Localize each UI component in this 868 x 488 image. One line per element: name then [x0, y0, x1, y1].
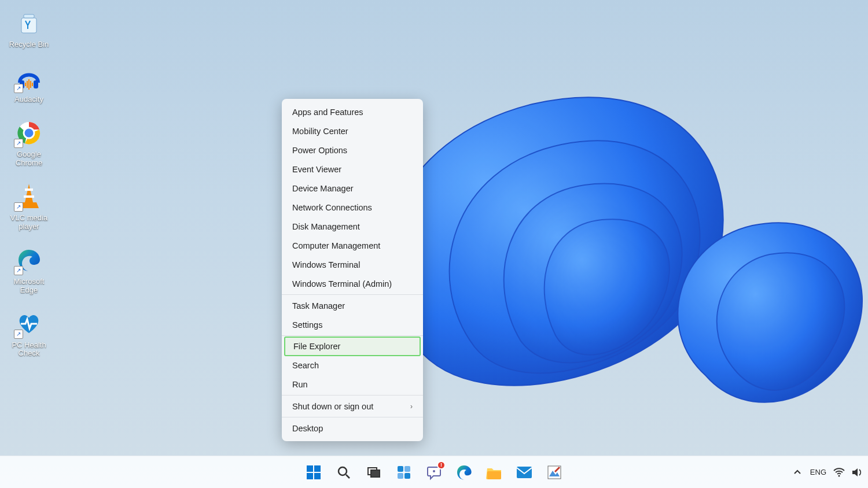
file-explorer-button[interactable] — [481, 460, 507, 485]
folder-icon — [486, 465, 502, 480]
start-button[interactable] — [301, 460, 326, 485]
wifi-button[interactable] — [833, 467, 845, 478]
menu-item-label: Computer Management — [292, 241, 380, 250]
menu-item-network-connections[interactable]: Network Connections — [282, 198, 423, 217]
desktop-icon-label: Google Chrome — [16, 150, 42, 168]
menu-separator — [282, 395, 423, 395]
desktop-icon-google-chrome[interactable]: ↗ Google Chrome — [0, 117, 58, 170]
image-editor-button[interactable] — [542, 460, 567, 485]
menu-item-label: Mobility Center — [292, 127, 348, 136]
taskbar-center: ! — [301, 460, 567, 485]
desktop-icon-audacity[interactable]: ↗ Audacity — [0, 62, 58, 106]
speaker-icon — [852, 467, 863, 478]
shortcut-arrow-icon: ↗ — [14, 266, 23, 275]
desktop-icon-pc-health[interactable]: ↗ PC Health Check — [0, 308, 58, 361]
desktop-icon-label: Recycle Bin — [9, 40, 49, 49]
widgets-button[interactable] — [391, 460, 417, 485]
menu-item-device-manager[interactable]: Device Manager — [282, 179, 423, 198]
search-button[interactable] — [331, 460, 356, 485]
svg-point-27 — [433, 470, 435, 472]
recycle-bin-icon — [15, 9, 43, 37]
menu-item-disk-management[interactable]: Disk Management — [282, 217, 423, 236]
svg-rect-26 — [404, 473, 410, 479]
menu-item-label: Windows Terminal (Admin) — [292, 279, 392, 289]
menu-item-settings[interactable]: Settings — [282, 315, 423, 334]
menu-item-power-options[interactable]: Power Options — [282, 141, 423, 160]
menu-separator — [282, 335, 423, 336]
menu-item-apps-and-features[interactable]: Apps and Features — [282, 102, 423, 121]
desktop-icon-label: Audacity — [14, 95, 43, 104]
menu-item-windows-terminal[interactable]: Windows Terminal — [282, 255, 423, 274]
svg-rect-25 — [398, 473, 403, 479]
menu-item-shutdown-signout[interactable]: Shut down or sign out › — [282, 397, 423, 416]
svg-point-10 — [24, 128, 34, 138]
show-hidden-icons-button[interactable] — [792, 467, 803, 478]
chevron-right-icon: › — [410, 402, 413, 411]
shortcut-arrow-icon: ↗ — [14, 84, 23, 93]
winx-context-menu: Apps and Features Mobility Center Power … — [282, 99, 423, 441]
menu-item-search[interactable]: Search — [282, 356, 423, 375]
menu-item-label: Run — [292, 380, 308, 389]
widgets-icon — [396, 465, 411, 480]
menu-item-event-viewer[interactable]: Event Viewer — [282, 160, 423, 179]
svg-line-20 — [346, 475, 350, 478]
wifi-icon — [833, 468, 845, 477]
menu-item-label: Task Manager — [292, 301, 345, 310]
menu-item-label: Apps and Features — [292, 108, 363, 117]
menu-item-desktop[interactable]: Desktop — [282, 419, 423, 438]
menu-item-task-manager[interactable]: Task Manager — [282, 296, 423, 315]
svg-marker-34 — [852, 468, 858, 476]
edge-icon: ↗ — [15, 246, 43, 274]
chat-button[interactable]: ! — [421, 460, 447, 485]
svg-rect-1 — [24, 14, 34, 18]
language-indicator[interactable]: ENG — [810, 468, 826, 476]
menu-item-label: File Explorer — [293, 342, 340, 351]
image-editor-icon — [547, 465, 562, 480]
desktop-icon-ms-edge[interactable]: ↗ Microsoft Edge — [0, 244, 58, 297]
chevron-up-icon — [793, 468, 801, 476]
svg-rect-15 — [307, 465, 313, 472]
menu-separator — [282, 417, 423, 417]
svg-rect-28 — [487, 471, 501, 479]
edge-button[interactable] — [451, 460, 477, 485]
menu-item-computer-management[interactable]: Computer Management — [282, 236, 423, 255]
task-view-button[interactable] — [361, 460, 387, 485]
menu-item-label: Power Options — [292, 146, 347, 155]
menu-item-label: Desktop — [292, 424, 323, 433]
vlc-icon: ↗ — [15, 183, 43, 210]
menu-item-label: Event Viewer — [292, 165, 341, 174]
shortcut-arrow-icon: ↗ — [14, 202, 23, 212]
svg-rect-18 — [314, 473, 321, 479]
menu-item-mobility-center[interactable]: Mobility Center — [282, 121, 423, 141]
mail-icon — [516, 466, 532, 479]
pc-health-icon: ↗ — [15, 310, 43, 338]
menu-item-windows-terminal-admin[interactable]: Windows Terminal (Admin) — [282, 274, 423, 293]
search-icon — [336, 465, 351, 480]
svg-rect-23 — [398, 466, 403, 472]
svg-marker-11 — [25, 184, 33, 202]
notification-badge: ! — [437, 461, 446, 469]
svg-rect-16 — [314, 465, 321, 472]
taskbar-systray: ENG — [792, 467, 863, 478]
desktop-icon-recycle-bin[interactable]: Recycle Bin — [0, 7, 58, 51]
audacity-icon: ↗ — [15, 64, 43, 92]
svg-rect-29 — [517, 467, 532, 478]
menu-item-label: Windows Terminal — [292, 260, 360, 269]
menu-item-run[interactable]: Run — [282, 375, 423, 394]
shortcut-arrow-icon: ↗ — [14, 330, 23, 339]
svg-rect-22 — [371, 470, 380, 477]
svg-rect-17 — [307, 473, 313, 479]
svg-rect-12 — [25, 188, 33, 191]
desktop-icon-vlc[interactable]: ↗ VLC media player — [0, 180, 58, 234]
mail-button[interactable] — [512, 460, 537, 485]
desktop-icon-label: PC Health Check — [12, 341, 46, 358]
desktop-icon-label: Microsoft Edge — [14, 278, 45, 295]
desktop-icons: Recycle Bin ↗ Audacity — [0, 7, 58, 360]
volume-button[interactable] — [852, 467, 863, 478]
menu-item-file-explorer[interactable]: File Explorer — [284, 337, 421, 356]
edge-icon — [456, 464, 472, 480]
desktop-icon-label: VLC media player — [10, 214, 47, 231]
menu-item-label: Network Connections — [292, 203, 372, 212]
menu-item-label: Shut down or sign out — [292, 402, 373, 411]
menu-item-label: Settings — [292, 320, 322, 330]
